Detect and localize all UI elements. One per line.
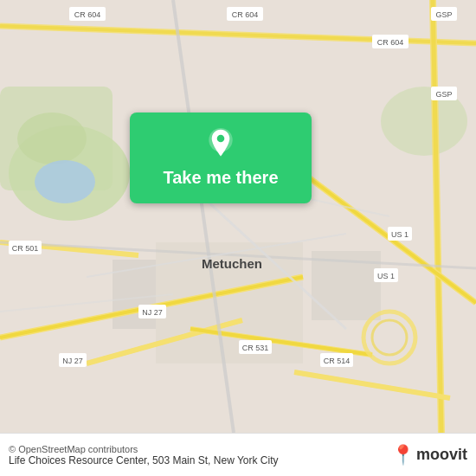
location-pin-icon [205,128,236,159]
svg-text:CR 501: CR 501 [12,244,39,253]
map-container: CR 604 CR 604 CR 604 GSP GSP US 1 US 1 C… [0,0,476,433]
svg-text:CR 604: CR 604 [232,10,259,19]
svg-text:CR 514: CR 514 [324,357,351,365]
svg-text:NJ 27: NJ 27 [142,308,163,317]
address-text: Life Choices Resource Center, 503 Main S… [9,454,286,466]
svg-text:CR 531: CR 531 [242,344,269,352]
svg-text:Metuchen: Metuchen [202,256,262,271]
moovit-logo: 📍 moovit [391,446,467,465]
svg-text:NJ 27: NJ 27 [62,357,83,365]
take-me-there-button[interactable]: Take me there [130,113,312,203]
map-background: CR 604 CR 604 CR 604 GSP GSP US 1 US 1 C… [0,0,476,433]
svg-text:CR 604: CR 604 [377,38,404,47]
svg-text:GSP: GSP [435,90,452,99]
cta-label: Take me there [163,168,278,188]
svg-text:GSP: GSP [435,10,452,19]
svg-point-5 [35,160,95,203]
moovit-pin-icon: 📍 [391,446,415,465]
osm-credit: © OpenStreetMap contributors [9,444,383,454]
moovit-logo-text: moovit [416,446,467,464]
cta-button-wrapper: Take me there [130,113,312,203]
bottom-bar: © OpenStreetMap contributors Life Choice… [0,433,476,476]
svg-point-56 [217,135,225,143]
svg-text:US 1: US 1 [391,230,408,239]
svg-text:CR 604: CR 604 [74,10,101,19]
svg-text:US 1: US 1 [377,272,395,280]
